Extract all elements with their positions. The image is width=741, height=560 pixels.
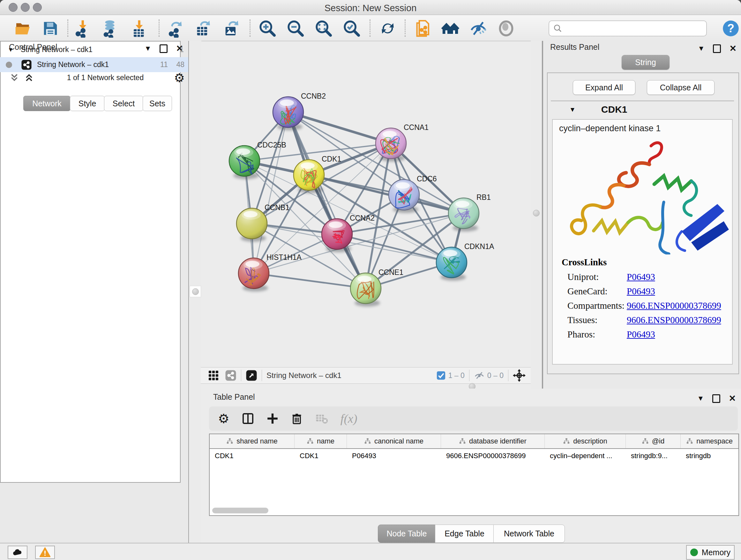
tab-network-table[interactable]: Network Table xyxy=(493,524,565,543)
zoom-fit-button[interactable] xyxy=(314,19,333,38)
hidden-eye-slash-icon[interactable] xyxy=(474,370,485,381)
expand-all-button[interactable]: Expand All xyxy=(573,80,635,95)
table-cell[interactable]: stringdb xyxy=(681,449,738,463)
network-edge-CCNB2-HIST1H1A[interactable] xyxy=(254,112,288,273)
splitter-handle-icon[interactable] xyxy=(533,210,540,216)
table-cell[interactable]: CDK1 xyxy=(210,449,294,463)
splitter-handle-icon[interactable] xyxy=(192,288,199,295)
open-session-button[interactable] xyxy=(13,19,32,38)
table-cell[interactable]: stringdb:9... xyxy=(626,449,681,463)
disclosure-triangle-icon[interactable]: ▼ xyxy=(569,106,576,113)
tab-edge-table[interactable]: Edge Table xyxy=(435,524,494,543)
results-panel-collapse-icon[interactable]: ▼ xyxy=(698,44,705,53)
export-table-button[interactable] xyxy=(194,19,213,38)
search-input[interactable] xyxy=(564,23,706,33)
table-panel-float-icon[interactable] xyxy=(712,394,720,403)
refresh-view-button[interactable] xyxy=(378,19,397,38)
cloud-status-button[interactable] xyxy=(8,546,27,559)
column-header-namespace[interactable]: namespace xyxy=(681,434,738,448)
import-string-network-button[interactable] xyxy=(414,19,433,38)
network-node-CCNA1[interactable] xyxy=(376,128,406,162)
network-edge-HIST1H1A-CCNE1[interactable] xyxy=(254,273,366,288)
column-header--id[interactable]: @id xyxy=(626,434,681,448)
tab-sets[interactable]: Sets xyxy=(143,96,172,111)
memory-label: Memory xyxy=(702,548,731,557)
string-home-button[interactable] xyxy=(441,19,460,38)
import-table-file-button[interactable] xyxy=(130,19,149,38)
add-column-icon[interactable] xyxy=(266,413,279,425)
birds-eye-grid-icon[interactable] xyxy=(208,370,219,381)
node-label-CCNB1: CCNB1 xyxy=(265,203,289,212)
tab-string-results[interactable]: String xyxy=(622,55,670,70)
import-network-file-button[interactable] xyxy=(73,19,92,38)
crosslink-link[interactable]: P06493 xyxy=(627,272,655,282)
network-options-gear-icon[interactable]: ⚙ xyxy=(174,71,185,85)
table-cell[interactable]: P06493 xyxy=(347,449,441,463)
export-image-button[interactable] xyxy=(222,19,241,38)
network-canvas[interactable]: CCNB2CCNA1CDC25BCDK1CDC6RB1CCNB1CCNA2CDK… xyxy=(201,41,531,367)
column-type-icon xyxy=(563,438,570,445)
network-node-CCNB1[interactable] xyxy=(237,208,267,242)
network-node-CDK1[interactable] xyxy=(293,160,324,193)
save-session-button[interactable] xyxy=(41,19,60,38)
pan-crosshair-icon[interactable] xyxy=(513,369,526,382)
show-columns-icon[interactable] xyxy=(242,412,254,425)
left-panel-splitter[interactable] xyxy=(188,41,201,543)
crosslink-link[interactable]: 9606.ENSP00000378699 xyxy=(627,315,721,325)
table-cell[interactable]: CDK1 xyxy=(294,449,347,463)
protein-section-header[interactable]: ▼ CDK1 xyxy=(551,101,734,118)
table-panel-collapse-icon[interactable]: ▼ xyxy=(697,394,704,402)
open-in-new-window-icon[interactable] xyxy=(246,370,257,381)
table-row[interactable]: CDK1CDK1P064939606.ENSP00000378699cyclin… xyxy=(210,449,738,463)
network-node-RB1[interactable] xyxy=(448,198,479,232)
tab-node-table[interactable]: Node Table xyxy=(378,524,435,543)
help-button[interactable]: ? xyxy=(721,19,740,38)
warnings-button[interactable] xyxy=(35,546,55,559)
column-header-name[interactable]: name xyxy=(294,434,347,448)
expand-all-networks-button[interactable] xyxy=(23,72,35,83)
collapse-all-button[interactable]: Collapse All xyxy=(647,80,715,95)
export-network-button[interactable] xyxy=(166,19,185,38)
crosslink-link[interactable]: P06493 xyxy=(627,329,655,340)
results-panel-close-icon[interactable]: ✕ xyxy=(729,44,737,54)
network-node-CDC6[interactable] xyxy=(389,179,419,213)
network-edge-CCNB2-CCNA1[interactable] xyxy=(288,112,391,143)
horizontal-scrollbar[interactable] xyxy=(212,508,268,513)
import-network-database-button[interactable] xyxy=(100,19,119,38)
tab-network[interactable]: Network xyxy=(23,96,71,111)
network-row[interactable]: String Network – cdk1 11 48 xyxy=(0,57,188,72)
zoom-in-button[interactable] xyxy=(258,19,277,38)
selected-checkbox-icon[interactable] xyxy=(436,371,446,380)
search-field[interactable] xyxy=(549,20,707,37)
column-header-description[interactable]: description xyxy=(545,434,626,448)
table-panel-close-icon[interactable]: ✕ xyxy=(729,393,736,403)
table-cell[interactable]: cyclin–dependent ... xyxy=(545,449,626,463)
table-cell[interactable]: 9606.ENSP00000378699 xyxy=(441,449,545,463)
tab-select[interactable]: Select xyxy=(104,96,143,111)
table-options-gear-icon[interactable]: ⚙ xyxy=(218,411,229,426)
network-share-badge-icon[interactable] xyxy=(225,370,237,381)
disclosure-triangle-icon[interactable]: ▼ xyxy=(8,46,14,53)
network-node-CDC25B[interactable] xyxy=(229,145,260,179)
column-header-canonical-name[interactable]: canonical name xyxy=(347,434,441,448)
zoom-selected-button[interactable] xyxy=(342,19,361,38)
crosslink-link[interactable]: 9606.ENSP00000378699 xyxy=(627,300,721,311)
network-edge-CCNB2-CCNE1[interactable] xyxy=(288,112,366,288)
network-node-CCNE1[interactable] xyxy=(350,273,381,307)
node-table[interactable]: shared namenamecanonical namedatabase id… xyxy=(209,434,739,516)
network-node-HIST1H1A[interactable] xyxy=(239,258,269,292)
tab-style[interactable]: Style xyxy=(70,96,105,111)
crosslink-link[interactable]: P06493 xyxy=(627,286,655,297)
zoom-out-button[interactable] xyxy=(286,19,305,38)
delete-column-trash-icon[interactable] xyxy=(291,413,303,425)
network-collection-row[interactable]: ▼ String Network – cdk1 1 xyxy=(0,42,188,57)
network-node-CDKN1A[interactable] xyxy=(436,247,467,281)
toggle-graphics-details-button[interactable] xyxy=(496,19,516,38)
column-header-database-identifier[interactable]: database identifier xyxy=(441,434,545,448)
column-header-shared-name[interactable]: shared name xyxy=(210,434,294,448)
network-edge-CDK1-RB1[interactable] xyxy=(309,175,464,213)
hide-selected-button[interactable] xyxy=(469,19,488,38)
collapse-all-networks-button[interactable] xyxy=(9,72,20,83)
results-panel-float-icon[interactable] xyxy=(713,44,721,53)
memory-status-button[interactable]: Memory xyxy=(686,545,735,560)
